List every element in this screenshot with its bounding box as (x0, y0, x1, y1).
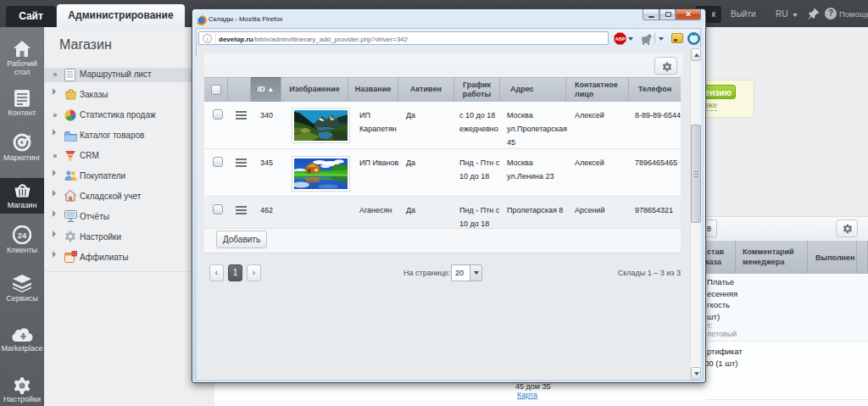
svg-text:24: 24 (18, 231, 27, 240)
svg-text:ABP: ABP (615, 36, 626, 42)
